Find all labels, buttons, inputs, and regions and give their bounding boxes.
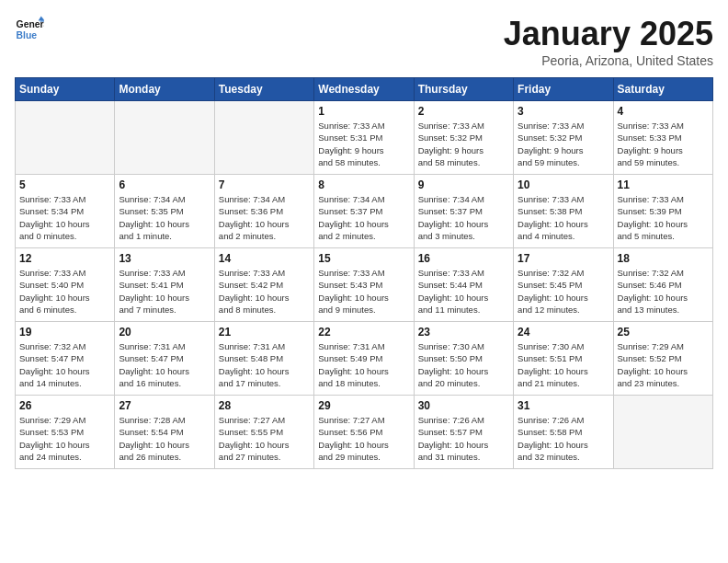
week-row-4: 26Sunrise: 7:29 AM Sunset: 5:53 PM Dayli… <box>16 396 713 469</box>
day-number: 7 <box>219 178 310 191</box>
logo-icon: General Blue <box>15 15 44 44</box>
day-cell: 5Sunrise: 7:33 AM Sunset: 5:34 PM Daylig… <box>16 175 115 248</box>
header-tuesday: Tuesday <box>214 78 313 101</box>
day-number: 11 <box>618 178 709 191</box>
header: General Blue January 2025 Peoria, Arizon… <box>15 15 713 68</box>
day-info: Sunrise: 7:27 AM Sunset: 5:55 PM Dayligh… <box>219 414 310 463</box>
day-cell: 27Sunrise: 7:28 AM Sunset: 5:54 PM Dayli… <box>115 396 214 469</box>
day-info: Sunrise: 7:31 AM Sunset: 5:47 PM Dayligh… <box>119 340 210 389</box>
day-info: Sunrise: 7:27 AM Sunset: 5:56 PM Dayligh… <box>318 414 409 463</box>
day-cell: 26Sunrise: 7:29 AM Sunset: 5:53 PM Dayli… <box>16 396 115 469</box>
day-cell: 22Sunrise: 7:31 AM Sunset: 5:49 PM Dayli… <box>314 322 414 396</box>
day-cell: 16Sunrise: 7:33 AM Sunset: 5:44 PM Dayli… <box>414 248 513 322</box>
day-info: Sunrise: 7:34 AM Sunset: 5:37 PM Dayligh… <box>418 193 509 242</box>
day-cell: 31Sunrise: 7:26 AM Sunset: 5:58 PM Dayli… <box>514 396 613 469</box>
day-info: Sunrise: 7:33 AM Sunset: 5:32 PM Dayligh… <box>418 120 509 168</box>
day-cell: 10Sunrise: 7:33 AM Sunset: 5:38 PM Dayli… <box>514 175 613 248</box>
day-number: 2 <box>418 105 509 118</box>
day-cell: 15Sunrise: 7:33 AM Sunset: 5:43 PM Dayli… <box>314 248 414 322</box>
day-number: 24 <box>518 326 609 339</box>
day-cell: 2Sunrise: 7:33 AM Sunset: 5:32 PM Daylig… <box>414 101 513 175</box>
day-info: Sunrise: 7:33 AM Sunset: 5:34 PM Dayligh… <box>19 193 110 242</box>
day-number: 12 <box>19 252 110 265</box>
calendar-subtitle: Peoria, Arizona, United States <box>504 53 713 68</box>
svg-text:Blue: Blue <box>17 30 38 40</box>
day-info: Sunrise: 7:28 AM Sunset: 5:54 PM Dayligh… <box>119 414 210 463</box>
day-number: 25 <box>618 326 709 339</box>
day-number: 27 <box>119 399 210 412</box>
calendar-table: SundayMondayTuesdayWednesdayThursdayFrid… <box>15 77 713 469</box>
day-number: 13 <box>119 252 210 265</box>
day-info: Sunrise: 7:33 AM Sunset: 5:33 PM Dayligh… <box>618 120 709 168</box>
day-cell: 1Sunrise: 7:33 AM Sunset: 5:31 PM Daylig… <box>314 101 414 175</box>
day-cell: 3Sunrise: 7:33 AM Sunset: 5:32 PM Daylig… <box>514 101 613 175</box>
day-cell: 13Sunrise: 7:33 AM Sunset: 5:41 PM Dayli… <box>115 248 214 322</box>
day-number: 22 <box>318 326 409 339</box>
day-info: Sunrise: 7:32 AM Sunset: 5:45 PM Dayligh… <box>518 267 609 316</box>
day-cell <box>16 101 115 175</box>
day-info: Sunrise: 7:33 AM Sunset: 5:39 PM Dayligh… <box>618 193 709 242</box>
day-cell: 11Sunrise: 7:33 AM Sunset: 5:39 PM Dayli… <box>613 175 712 248</box>
day-cell: 29Sunrise: 7:27 AM Sunset: 5:56 PM Dayli… <box>314 396 414 469</box>
day-cell: 19Sunrise: 7:32 AM Sunset: 5:47 PM Dayli… <box>16 322 115 396</box>
day-cell: 17Sunrise: 7:32 AM Sunset: 5:45 PM Dayli… <box>514 248 613 322</box>
day-cell: 21Sunrise: 7:31 AM Sunset: 5:48 PM Dayli… <box>214 322 313 396</box>
day-info: Sunrise: 7:34 AM Sunset: 5:37 PM Dayligh… <box>318 193 409 242</box>
day-number: 21 <box>219 326 310 339</box>
header-friday: Friday <box>514 78 613 101</box>
day-info: Sunrise: 7:33 AM Sunset: 5:32 PM Dayligh… <box>518 120 609 168</box>
day-number: 8 <box>318 178 409 191</box>
day-info: Sunrise: 7:33 AM Sunset: 5:42 PM Dayligh… <box>219 267 310 316</box>
day-cell: 7Sunrise: 7:34 AM Sunset: 5:36 PM Daylig… <box>214 175 313 248</box>
day-info: Sunrise: 7:33 AM Sunset: 5:41 PM Dayligh… <box>119 267 210 316</box>
day-number: 18 <box>618 252 709 265</box>
day-number: 31 <box>518 399 609 412</box>
title-block: January 2025 Peoria, Arizona, United Sta… <box>504 15 713 68</box>
day-cell: 6Sunrise: 7:34 AM Sunset: 5:35 PM Daylig… <box>115 175 214 248</box>
day-info: Sunrise: 7:29 AM Sunset: 5:53 PM Dayligh… <box>19 414 110 463</box>
day-info: Sunrise: 7:34 AM Sunset: 5:35 PM Dayligh… <box>119 193 210 242</box>
day-cell: 12Sunrise: 7:33 AM Sunset: 5:40 PM Dayli… <box>16 248 115 322</box>
day-cell: 8Sunrise: 7:34 AM Sunset: 5:37 PM Daylig… <box>314 175 414 248</box>
day-info: Sunrise: 7:31 AM Sunset: 5:48 PM Dayligh… <box>219 340 310 389</box>
day-cell <box>115 101 214 175</box>
header-wednesday: Wednesday <box>314 78 414 101</box>
day-info: Sunrise: 7:33 AM Sunset: 5:44 PM Dayligh… <box>418 267 509 316</box>
day-number: 26 <box>19 399 110 412</box>
day-info: Sunrise: 7:33 AM Sunset: 5:31 PM Dayligh… <box>318 120 409 168</box>
header-saturday: Saturday <box>613 78 712 101</box>
calendar-title: January 2025 <box>504 15 713 53</box>
header-thursday: Thursday <box>414 78 513 101</box>
day-info: Sunrise: 7:30 AM Sunset: 5:50 PM Dayligh… <box>418 340 509 389</box>
day-number: 28 <box>219 399 310 412</box>
day-cell: 14Sunrise: 7:33 AM Sunset: 5:42 PM Dayli… <box>214 248 313 322</box>
day-info: Sunrise: 7:32 AM Sunset: 5:46 PM Dayligh… <box>618 267 709 316</box>
day-cell: 25Sunrise: 7:29 AM Sunset: 5:52 PM Dayli… <box>613 322 712 396</box>
day-info: Sunrise: 7:33 AM Sunset: 5:43 PM Dayligh… <box>318 267 409 316</box>
week-row-2: 12Sunrise: 7:33 AM Sunset: 5:40 PM Dayli… <box>16 248 713 322</box>
logo: General Blue <box>15 15 44 44</box>
calendar-header: SundayMondayTuesdayWednesdayThursdayFrid… <box>16 78 713 101</box>
week-row-3: 19Sunrise: 7:32 AM Sunset: 5:47 PM Dayli… <box>16 322 713 396</box>
day-number: 29 <box>318 399 409 412</box>
day-number: 23 <box>418 326 509 339</box>
day-number: 9 <box>418 178 509 191</box>
day-info: Sunrise: 7:26 AM Sunset: 5:58 PM Dayligh… <box>518 414 609 463</box>
day-number: 16 <box>418 252 509 265</box>
day-number: 1 <box>318 105 409 118</box>
day-number: 30 <box>418 399 509 412</box>
day-number: 3 <box>518 105 609 118</box>
header-row: SundayMondayTuesdayWednesdayThursdayFrid… <box>16 78 713 101</box>
day-info: Sunrise: 7:26 AM Sunset: 5:57 PM Dayligh… <box>418 414 509 463</box>
day-number: 6 <box>119 178 210 191</box>
day-info: Sunrise: 7:33 AM Sunset: 5:38 PM Dayligh… <box>518 193 609 242</box>
day-number: 14 <box>219 252 310 265</box>
day-cell <box>613 396 712 469</box>
header-sunday: Sunday <box>16 78 115 101</box>
day-number: 20 <box>119 326 210 339</box>
day-info: Sunrise: 7:34 AM Sunset: 5:36 PM Dayligh… <box>219 193 310 242</box>
day-info: Sunrise: 7:30 AM Sunset: 5:51 PM Dayligh… <box>518 340 609 389</box>
week-row-0: 1Sunrise: 7:33 AM Sunset: 5:31 PM Daylig… <box>16 101 713 175</box>
day-cell: 9Sunrise: 7:34 AM Sunset: 5:37 PM Daylig… <box>414 175 513 248</box>
week-row-1: 5Sunrise: 7:33 AM Sunset: 5:34 PM Daylig… <box>16 175 713 248</box>
